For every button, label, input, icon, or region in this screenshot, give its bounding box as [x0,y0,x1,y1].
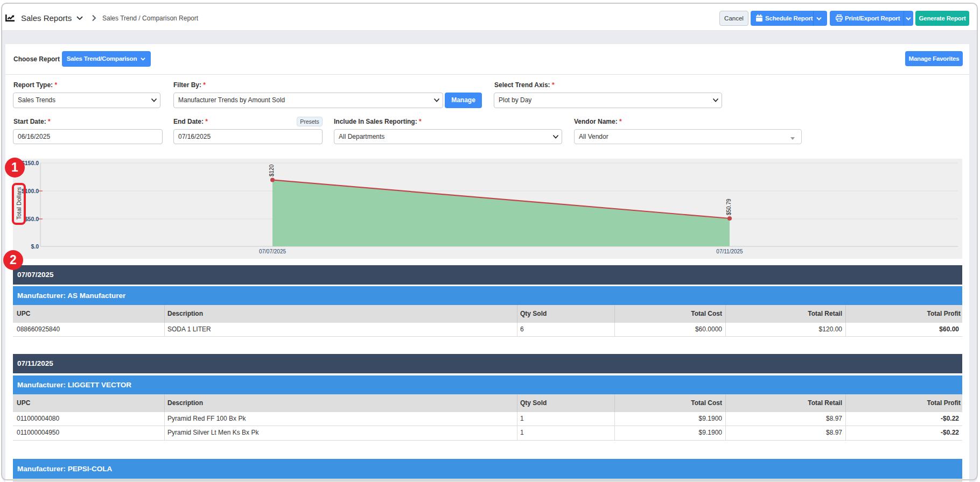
svg-text:$50.0: $50.0 [25,216,39,222]
svg-text:07/07/2025: 07/07/2025 [259,249,286,254]
svg-text:$120: $120 [269,164,275,176]
svg-text:07/11/2025: 07/11/2025 [716,249,743,254]
svg-text:$50.79: $50.79 [726,199,732,215]
svg-text:$.0: $.0 [31,243,39,250]
